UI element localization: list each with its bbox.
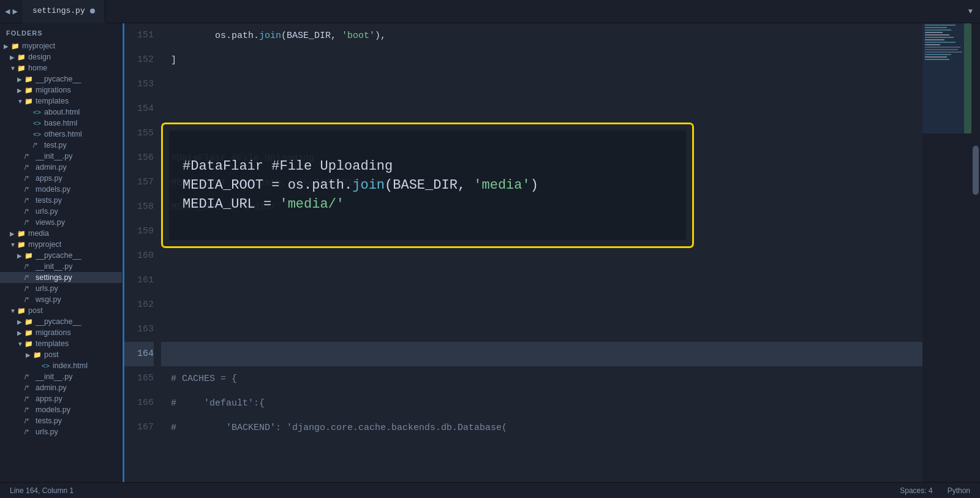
token: # CACHES = { (171, 374, 237, 384)
tree-item-myproject2[interactable]: ▼ 📁 myproject (0, 239, 122, 250)
tree-item-init-home[interactable]: /* __init__.py (0, 151, 122, 162)
tree-item-tests-post[interactable]: /* tests.py (0, 415, 122, 426)
code-line-167: # 'BACKEND': 'django.core.cache.backends… (161, 415, 922, 440)
arrow-icon: ▶ (10, 230, 17, 237)
folder-icon: 📁 (24, 97, 36, 105)
tree-item-admin-home[interactable]: /* admin.py (0, 162, 122, 173)
folder-icon: 📁 (17, 241, 28, 249)
scrollbar-thumb[interactable] (973, 146, 979, 195)
arrow-icon: ▶ (17, 87, 24, 94)
token: join (259, 31, 281, 41)
code-line-165: # CACHES = { (161, 366, 922, 391)
editor-area[interactable]: 151 152 153 154 155 156 157 158 159 160 … (123, 23, 980, 482)
html-file-icon: <> (42, 362, 53, 369)
py-file-icon: /* (24, 296, 36, 303)
token: ] (171, 55, 176, 66)
tree-item-migrations-post[interactable]: ▶ 📁 migrations (0, 327, 122, 338)
tree-item-label: __pycache__ (36, 317, 122, 326)
nav-forward-icon[interactable]: ▶ (12, 6, 17, 17)
tab-label: settings.py (32, 6, 85, 15)
tree-item-label: models.py (36, 406, 122, 414)
tree-item-templates-home[interactable]: ▼ 📁 templates (0, 96, 122, 107)
tab-dropdown-arrow[interactable]: ▼ (961, 7, 980, 16)
tree-item-post[interactable]: ▼ 📁 post (0, 305, 122, 316)
line-number: 160 (124, 244, 154, 268)
tree-item-apps-home[interactable]: /* apps.py (0, 173, 122, 184)
arrow-icon: ▼ (17, 98, 24, 105)
tree-item-label: __pycache__ (36, 251, 122, 260)
tree-item-label: __init__.py (36, 372, 122, 381)
tree-item-label: views.py (36, 218, 122, 227)
tree-item-label: home (28, 64, 122, 72)
tree-item-init-myproject[interactable]: /* __init__.py (0, 261, 122, 272)
py-file-icon: /* (24, 384, 36, 391)
code-line-154 (161, 97, 922, 121)
token: join (287, 178, 309, 188)
tree-item-label: migrations (36, 328, 122, 337)
tree-item-base-html[interactable]: <> base.html (0, 118, 122, 129)
tree-item-init-post[interactable]: /* __init__.py (0, 371, 122, 382)
tree-item-about-html[interactable]: <> about.html (0, 107, 122, 118)
line-number: 165 (124, 366, 154, 391)
tree-item-myproject[interactable]: ▶ 📁 myproject (0, 40, 122, 51)
tree-item-views-home[interactable]: /* views.py (0, 217, 122, 228)
line-number: 156 (124, 146, 154, 170)
tree-item-post-folder[interactable]: ▶ 📁 post (0, 349, 122, 360)
tab-settings-py[interactable]: settings.py (23, 0, 105, 23)
tree-item-label: templates (36, 339, 122, 348)
nav-arrows[interactable]: ◀ ▶ (0, 6, 23, 17)
tree-item-label: myproject (22, 42, 122, 50)
code-line-152: ] (161, 48, 922, 72)
tree-item-test-py[interactable]: /* test.py (0, 140, 122, 151)
tree-item-others-html[interactable]: <> others.html (0, 129, 122, 140)
tree-item-urls-home[interactable]: /* urls.py (0, 206, 122, 217)
tree-item-pycache-myproject[interactable]: ▶ 📁 __pycache__ (0, 250, 122, 261)
token: # 'BACKEND': 'django.core.cache.backends… (171, 423, 507, 433)
line-number: 163 (124, 317, 154, 342)
tree-item-design[interactable]: ▶ 📁 design (0, 51, 122, 62)
code-line-151: os.path.join(BASE_DIR, 'boot'), (161, 23, 922, 48)
tree-item-wsgi[interactable]: /* wsgi.py (0, 294, 122, 305)
tab-bar: ◀ ▶ settings.py ▼ (0, 0, 980, 23)
token: MEDIA_ROOT = os.path. (171, 178, 287, 188)
py-file-icon: /* (24, 164, 36, 171)
token: # 'default':{ (171, 398, 265, 409)
tree-item-pycache-home[interactable]: ▶ 📁 __pycache__ (0, 74, 122, 85)
line-number: 151 (124, 23, 154, 48)
tree-item-home[interactable]: ▼ 📁 home (0, 62, 122, 74)
tree-item-models-home[interactable]: /* models.py (0, 184, 122, 195)
code-line-156: #DataFlair #File Uploading (161, 146, 922, 170)
tree-item-admin-post[interactable]: /* admin.py (0, 382, 122, 393)
tree-item-urls-post[interactable]: /* urls.py (0, 426, 122, 437)
py-file-icon: /* (24, 197, 36, 204)
tree-item-templates-post[interactable]: ▼ 📁 templates (0, 338, 122, 349)
token: 'media/' (237, 202, 281, 213)
code-line-161 (161, 268, 922, 293)
scrollbar-track[interactable] (971, 23, 980, 482)
nav-back-icon[interactable]: ◀ (5, 6, 10, 17)
tree-item-settings-py[interactable]: /* settings.py (0, 272, 122, 283)
folder-icon: 📁 (17, 64, 28, 72)
tree-item-urls-myproject[interactable]: /* urls.py (0, 283, 122, 294)
line-numbers-gutter: 151 152 153 154 155 156 157 158 159 160 … (124, 23, 161, 482)
tree-item-apps-post[interactable]: /* apps.py (0, 393, 122, 404)
tree-item-migrations-home[interactable]: ▶ 📁 migrations (0, 85, 122, 96)
arrow-icon: ▼ (17, 341, 24, 347)
tree-item-label: base.html (44, 119, 122, 127)
tree-item-index-html[interactable]: <> index.html (0, 360, 122, 371)
code-line-158: MEDIA_URL = 'media/' (161, 195, 922, 219)
code-line-159 (161, 219, 922, 244)
tree-item-label: __pycache__ (36, 75, 122, 83)
token: os.path. (171, 31, 259, 41)
tree-item-tests-home[interactable]: /* tests.py (0, 195, 122, 206)
py-file-icon: /* (24, 417, 36, 424)
token: ) (408, 178, 413, 188)
tree-item-media[interactable]: ▶ 📁 media (0, 228, 122, 239)
code-content[interactable]: os.path.join(BASE_DIR, 'boot'), ] #DataF… (161, 23, 922, 482)
tree-item-label: __init__.py (36, 262, 122, 271)
line-number: 158 (124, 195, 154, 219)
tree-item-pycache-post[interactable]: ▶ 📁 __pycache__ (0, 316, 122, 327)
code-line-162 (161, 293, 922, 317)
code-line-166: # 'default':{ (161, 391, 922, 415)
tree-item-models-post[interactable]: /* models.py (0, 404, 122, 415)
